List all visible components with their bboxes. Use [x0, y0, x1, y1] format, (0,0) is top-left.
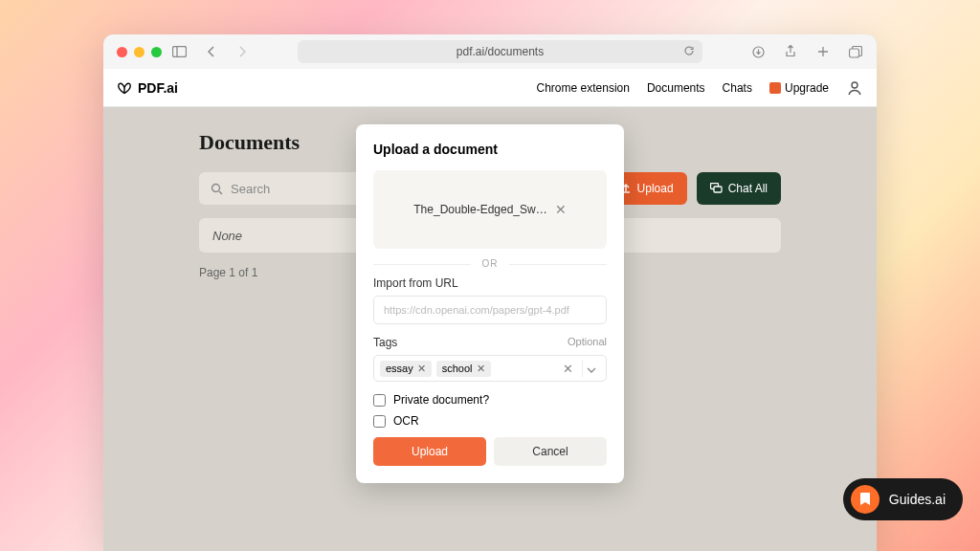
tags-dropdown-icon[interactable]: [582, 360, 600, 377]
search-placeholder: Search: [231, 182, 270, 196]
private-label: Private document?: [393, 393, 489, 407]
tags-optional-text: Optional: [568, 336, 607, 349]
tags-label-text: Tags: [373, 336, 397, 349]
private-checkbox-row[interactable]: Private document?: [373, 393, 607, 407]
download-icon[interactable]: [750, 44, 766, 59]
tags-field-label: Tags Optional: [373, 336, 607, 349]
search-icon: [211, 183, 223, 195]
sidebar-toggle-icon[interactable]: [171, 44, 187, 59]
logo-text: PDF.ai: [138, 80, 178, 96]
window-maximize-button[interactable]: [151, 47, 162, 57]
tag-chip: essay ✕: [380, 361, 432, 377]
modal-actions: Upload Cancel: [373, 437, 607, 466]
nav-back-icon[interactable]: [204, 44, 219, 59]
svg-point-5: [852, 82, 858, 88]
guides-label: Guides.ai: [889, 492, 946, 507]
url-input[interactable]: [373, 296, 607, 324]
nav-chrome-extension[interactable]: Chrome extension: [537, 81, 630, 95]
modal-title: Upload a document: [373, 142, 607, 157]
modal-upload-button[interactable]: Upload: [373, 437, 486, 466]
file-remove-icon[interactable]: ✕: [555, 202, 567, 217]
bookmark-icon: [851, 485, 880, 514]
guides-badge[interactable]: Guides.ai: [843, 478, 963, 520]
tabs-icon[interactable]: [848, 44, 863, 59]
tag-label: school: [442, 363, 473, 374]
tag-remove-icon[interactable]: ✕: [417, 363, 426, 375]
url-field-label: Import from URL: [373, 276, 607, 290]
url-label-text: Import from URL: [373, 276, 458, 290]
app-header: PDF.ai Chrome extension Documents Chats …: [103, 69, 877, 107]
upload-label: Upload: [637, 182, 674, 195]
chat-all-label: Chat All: [728, 182, 768, 195]
url-bar[interactable]: pdf.ai/documents: [298, 40, 702, 63]
ocr-checkbox-row[interactable]: OCR: [373, 414, 607, 428]
logo-icon: [117, 81, 132, 95]
tag-remove-icon[interactable]: ✕: [477, 363, 485, 375]
tag-label: essay: [386, 363, 413, 374]
chat-icon: [710, 183, 723, 194]
nav-documents[interactable]: Documents: [647, 81, 705, 95]
ocr-checkbox[interactable]: [373, 415, 386, 428]
header-nav: Chrome extension Documents Chats Upgrade: [537, 79, 863, 97]
gift-icon: [769, 82, 781, 94]
refresh-icon[interactable]: [683, 45, 695, 59]
window-close-button[interactable]: [117, 47, 127, 57]
svg-rect-3: [850, 49, 859, 57]
ocr-label: OCR: [393, 414, 419, 428]
modal-cancel-button[interactable]: Cancel: [494, 437, 607, 466]
traffic-lights: [117, 47, 162, 57]
share-icon[interactable]: [783, 44, 798, 59]
divider-or: OR: [373, 258, 607, 269]
svg-point-6: [212, 184, 220, 191]
nav-chats[interactable]: Chats: [723, 81, 752, 95]
nav-upgrade[interactable]: Upgrade: [769, 81, 829, 95]
new-tab-icon[interactable]: [815, 44, 831, 59]
upload-modal: Upload a document The_Double-Edged_Sw… ✕…: [356, 124, 624, 483]
file-name: The_Double-Edged_Sw…: [413, 203, 546, 216]
account-icon[interactable]: [846, 79, 863, 97]
empty-text: None: [212, 229, 242, 243]
private-checkbox[interactable]: [373, 394, 386, 407]
app-logo[interactable]: PDF.ai: [117, 80, 178, 96]
browser-toolbar: pdf.ai/documents: [103, 34, 877, 69]
url-text: pdf.ai/documents: [457, 45, 544, 58]
file-dropzone[interactable]: The_Double-Edged_Sw… ✕: [373, 170, 607, 249]
window-minimize-button[interactable]: [134, 47, 145, 57]
tag-chip: school ✕: [436, 361, 491, 377]
upgrade-label: Upgrade: [785, 81, 829, 95]
nav-forward-icon[interactable]: [234, 44, 250, 59]
svg-rect-8: [714, 187, 722, 192]
tags-clear-icon[interactable]: ✕: [559, 362, 577, 376]
svg-rect-0: [172, 47, 186, 57]
chat-all-button[interactable]: Chat All: [697, 172, 781, 205]
tags-input[interactable]: essay ✕ school ✕ ✕: [373, 355, 607, 382]
